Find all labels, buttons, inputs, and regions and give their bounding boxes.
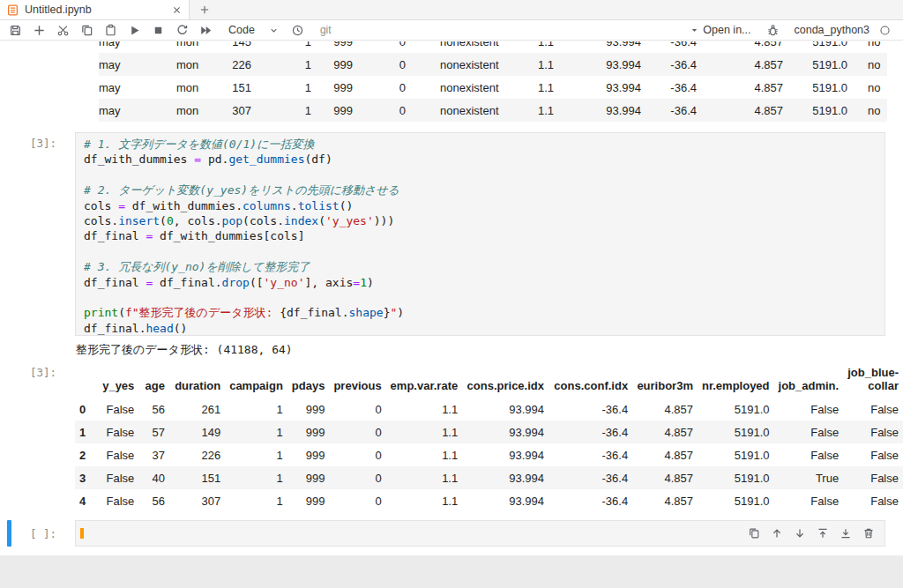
close-icon[interactable] xyxy=(172,5,182,15)
git-button[interactable]: git xyxy=(320,24,332,36)
cut-cells-button[interactable] xyxy=(51,21,75,40)
df-cell: False xyxy=(843,466,903,489)
chevron-down-icon xyxy=(269,26,279,35)
cell-toolbar xyxy=(745,525,884,542)
cell-type-dropdown[interactable]: Code xyxy=(228,24,279,36)
jupyterlab-window: Untitled.ipynb xyxy=(0,0,903,588)
code-line: cols = df_with_dummies.columns.tolist() xyxy=(84,198,877,213)
paste-cells-button[interactable] xyxy=(99,21,123,40)
output-table-cell: 999 xyxy=(311,53,353,76)
tab-untitled-notebook[interactable]: Untitled.ipynb xyxy=(0,0,190,19)
code-line: # 1. 文字列データを数値(0/1)に一括変換 xyxy=(84,137,877,152)
move-cell-down-button[interactable] xyxy=(791,525,809,542)
output-table-cell: may xyxy=(99,76,176,99)
input-prompt: [3]: xyxy=(30,137,56,150)
df-column-header: pdays xyxy=(287,359,330,398)
toolbar-right: Open in... conda_python3 xyxy=(690,21,899,40)
restart-run-all-button[interactable] xyxy=(194,21,218,40)
duplicate-cell-button[interactable] xyxy=(745,525,763,542)
kernel-status-idle-icon xyxy=(879,25,891,36)
tab-title: Untitled.ipynb xyxy=(25,4,92,16)
output-table-cell: may xyxy=(99,41,176,53)
copy-cells-button[interactable] xyxy=(75,21,99,40)
output-table-cell: may xyxy=(99,99,176,122)
df-cell: False xyxy=(774,489,844,512)
df-cell: 307 xyxy=(169,489,225,512)
insert-cell-above-button[interactable] xyxy=(814,525,832,542)
output-table-row: maymon30719990nonexistent1.193.994-36.44… xyxy=(99,99,887,122)
df-cell: 5191.0 xyxy=(698,489,774,512)
df-row: 4False56307199901.193.994-36.44.8575191.… xyxy=(75,489,903,512)
code-cell-editor[interactable]: # 1. 文字列データを数値(0/1)に一括変換df_with_dummies … xyxy=(75,132,885,336)
df-cell: False xyxy=(843,489,903,512)
output-table-row: maymon22619990nonexistent1.193.994-36.44… xyxy=(99,53,887,76)
df-cell: -36.4 xyxy=(549,466,632,489)
code-line: df_final.head() xyxy=(84,321,877,336)
run-button[interactable] xyxy=(123,21,146,40)
output-table-cell: may xyxy=(99,53,176,76)
code-content: # 1. 文字列データを数値(0/1)に一括変換df_with_dummies … xyxy=(76,133,884,339)
restart-kernel-button[interactable] xyxy=(170,21,194,40)
df-cell: -36.4 xyxy=(549,489,632,512)
output-table-cell: 1.1 xyxy=(529,76,554,99)
output-table-cell: 307 xyxy=(212,99,251,122)
output-table-cell: 4.857 xyxy=(697,99,783,122)
df-column-header: previous xyxy=(329,359,385,398)
df-cell: 5191.0 xyxy=(698,466,774,489)
output-table-cell: 4.857 xyxy=(697,53,783,76)
output-table-cell: 5191.0 xyxy=(783,99,847,122)
output-table-cell: 4.857 xyxy=(697,41,783,53)
insert-cell-button[interactable] xyxy=(27,21,51,40)
df-cell: 999 xyxy=(287,466,330,489)
debugger-bug-icon[interactable] xyxy=(761,21,785,40)
df-cell: 4.857 xyxy=(632,466,698,489)
df-cell: 1.1 xyxy=(386,421,463,443)
df-cell: 93.994 xyxy=(462,443,549,466)
df-cell: False xyxy=(93,443,138,466)
df-column-header: y_yes xyxy=(93,359,138,398)
output-table-cell: mon xyxy=(176,76,212,99)
output-table-cell: no xyxy=(847,76,887,99)
df-cell: 56 xyxy=(138,398,169,421)
output-table-cell: no xyxy=(847,99,887,122)
df-column-header: job_blue-collar xyxy=(843,359,903,398)
new-tab-button[interactable] xyxy=(190,0,220,19)
df-cell: 37 xyxy=(138,443,169,466)
empty-cell-editor[interactable] xyxy=(75,520,885,547)
output-table-cell: 0 xyxy=(353,99,406,122)
open-in-dropdown[interactable]: Open in... xyxy=(690,24,750,36)
move-cell-up-button[interactable] xyxy=(768,525,786,542)
df-column-header: cons.conf.idx xyxy=(549,359,632,398)
code-line: print(f"整形完了後のデータ形状: {df_final.shape}") xyxy=(84,305,877,320)
previous-output-table: maymon14519990nonexistent1.193.994-36.44… xyxy=(0,41,892,122)
delete-cell-button[interactable] xyxy=(860,525,877,542)
dataframe-output-table: y_yesagedurationcampaignpdayspreviousemp… xyxy=(75,359,903,512)
save-button[interactable] xyxy=(4,21,27,40)
kernel-name-button[interactable]: conda_python3 xyxy=(795,24,870,36)
output-table-cell: mon xyxy=(176,41,212,53)
open-in-label: Open in... xyxy=(703,24,750,36)
df-row: 1False57149199901.193.994-36.44.8575191.… xyxy=(75,421,903,443)
interrupt-kernel-button[interactable] xyxy=(146,21,170,40)
df-index-cell: 4 xyxy=(75,489,93,512)
df-cell: -36.4 xyxy=(549,443,632,466)
df-cell: 1.1 xyxy=(386,443,463,466)
df-cell: 93.994 xyxy=(462,421,549,443)
df-cell: 93.994 xyxy=(462,489,549,512)
output-table-cell: 999 xyxy=(311,76,353,99)
df-cell: False xyxy=(93,421,138,443)
output-table-cell: nonexistent xyxy=(406,99,529,122)
code-line: df_final = df_with_dummies[cols] xyxy=(84,228,877,243)
df-cell: False xyxy=(93,398,138,421)
insert-cell-below-button[interactable] xyxy=(837,525,854,542)
code-line: cols.insert(0, cols.pop(cols.index('y_ye… xyxy=(84,213,877,228)
df-index-cell: 0 xyxy=(75,398,93,421)
df-cell: -36.4 xyxy=(549,421,632,443)
notebook-panel: maymon14519990nonexistent1.193.994-36.44… xyxy=(0,41,903,555)
df-cell: 999 xyxy=(287,443,330,466)
df-cell: 1.1 xyxy=(386,466,463,489)
output-table-cell: mon xyxy=(176,99,212,122)
df-cell: 4.857 xyxy=(632,421,698,443)
df-row: 2False37226199901.193.994-36.44.8575191.… xyxy=(75,443,903,466)
history-clock-icon[interactable] xyxy=(286,21,310,40)
